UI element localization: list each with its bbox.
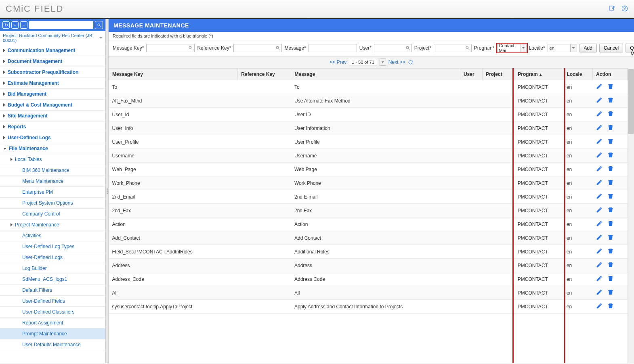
sidebar-item[interactable]: File Maintenance	[0, 143, 105, 154]
sidebar-item[interactable]: User-Defined Fields	[0, 296, 105, 307]
delete-icon[interactable]	[607, 261, 614, 269]
input-project[interactable]	[434, 44, 472, 52]
delete-icon[interactable]	[607, 220, 614, 228]
col-msgkey[interactable]: Message Key	[109, 69, 238, 80]
collapse-tree-button[interactable]: −	[20, 21, 27, 29]
sidebar-item[interactable]: Subcontractor Prequalification	[0, 67, 105, 78]
col-loc[interactable]: Locale	[563, 69, 593, 80]
scrollbar-thumb[interactable]	[628, 69, 634, 134]
delete-icon[interactable]	[607, 289, 614, 297]
table-scrollbar[interactable]	[628, 68, 634, 363]
sidebar-item[interactable]: Prompt Maintenance	[0, 328, 105, 339]
edit-note-icon[interactable]	[608, 5, 615, 13]
cell-msgkey: To	[109, 80, 238, 94]
project-selector[interactable]: Project: Rockford Community Rec Center (…	[0, 31, 105, 45]
cell-msgkey: Address	[109, 259, 238, 272]
delete-icon[interactable]	[607, 124, 614, 132]
sidebar-item[interactable]: Bid Management	[0, 89, 105, 100]
edit-icon[interactable]	[596, 152, 603, 159]
sidebar-item[interactable]: Estimate Management	[0, 78, 105, 89]
sidebar-item[interactable]: SdMenu_ACS_logs1	[0, 274, 105, 285]
delete-icon[interactable]	[607, 165, 614, 173]
delete-icon[interactable]	[607, 207, 614, 214]
edit-icon[interactable]	[596, 207, 603, 214]
expand-tree-button[interactable]: +	[11, 21, 19, 29]
sidebar-item[interactable]: Report Assignment	[0, 318, 105, 328]
sidebar-search-input[interactable]	[29, 21, 93, 29]
sidebar-item[interactable]: Budget & Cost Management	[0, 100, 105, 111]
cancel-button[interactable]: Cancel	[599, 44, 623, 52]
edit-icon[interactable]	[596, 165, 603, 173]
sidebar-item[interactable]: User-Defined Classifiers	[0, 307, 105, 318]
delete-icon[interactable]	[607, 152, 614, 159]
delete-icon[interactable]	[607, 111, 614, 118]
edit-icon[interactable]	[596, 289, 603, 297]
col-proj[interactable]: Project	[482, 69, 514, 80]
delete-icon[interactable]	[607, 179, 614, 187]
sidebar-item[interactable]: Document Management	[0, 56, 105, 67]
edit-icon[interactable]	[596, 97, 603, 105]
col-act[interactable]: Action	[593, 69, 628, 80]
edit-icon[interactable]	[596, 234, 603, 242]
edit-icon[interactable]	[596, 124, 603, 132]
edit-icon[interactable]	[596, 83, 603, 91]
cell-act	[593, 218, 628, 231]
col-msg[interactable]: Message	[291, 69, 460, 80]
sidebar-item[interactable]: Default Filters	[0, 285, 105, 296]
sidebar-item[interactable]: Activities	[0, 230, 105, 241]
dropdown-program[interactable]: Contact Mai	[497, 44, 527, 52]
sidebar-item[interactable]: User Defaults Maintenance	[0, 339, 105, 350]
sidebar-item[interactable]: Log Builder	[0, 263, 105, 274]
edit-icon[interactable]	[596, 111, 603, 118]
pager-next[interactable]: Next >>	[388, 59, 405, 65]
input-msgkey[interactable]	[146, 44, 195, 52]
edit-icon[interactable]	[596, 220, 603, 228]
add-button[interactable]: Add	[579, 44, 597, 52]
sidebar-item[interactable]: User-Defined Logs	[0, 252, 105, 263]
sidebar-item[interactable]: Communication Management	[0, 45, 105, 56]
input-message[interactable]	[309, 44, 357, 52]
delete-icon[interactable]	[607, 83, 614, 91]
input-refkey[interactable]	[233, 44, 282, 52]
edit-icon[interactable]	[596, 248, 603, 255]
delete-icon[interactable]	[607, 193, 614, 201]
edit-icon[interactable]	[596, 179, 603, 187]
delete-icon[interactable]	[607, 275, 614, 283]
sidebar-item[interactable]: Local Tables	[0, 154, 105, 165]
sidebar-item[interactable]: User-Defined Log Types	[0, 241, 105, 252]
edit-icon[interactable]	[596, 193, 603, 201]
pager-dropdown[interactable]	[380, 59, 386, 66]
sidebar-item[interactable]: User-Defined Logs	[0, 132, 105, 143]
edit-icon[interactable]	[596, 261, 603, 269]
edit-icon[interactable]	[596, 138, 603, 146]
col-user[interactable]: User	[460, 69, 482, 80]
query-mode-button[interactable]: Query Mode	[626, 44, 634, 52]
sidebar-item[interactable]: Enterprise PM	[0, 187, 105, 198]
delete-icon[interactable]	[607, 234, 614, 242]
delete-icon[interactable]	[607, 303, 614, 310]
refresh-icon[interactable]	[408, 60, 413, 65]
user-circle-icon[interactable]	[621, 5, 628, 13]
edit-icon[interactable]	[596, 303, 603, 310]
pager-prev[interactable]: << Prev	[330, 59, 346, 65]
delete-icon[interactable]	[607, 97, 614, 105]
sidebar-item[interactable]: Project Maintenance	[0, 220, 105, 230]
sidebar-search-button[interactable]	[95, 21, 103, 29]
input-user[interactable]	[374, 44, 412, 52]
svg-point-3	[97, 23, 100, 26]
sidebar-item[interactable]: Project System Options	[0, 198, 105, 209]
edit-icon[interactable]	[596, 275, 603, 283]
col-prog[interactable]: Program▲	[514, 69, 563, 80]
sidebar-item[interactable]: Site Management	[0, 111, 105, 121]
sidebar-item[interactable]: Reports	[0, 121, 105, 132]
refresh-tree-button[interactable]: ↻	[2, 21, 10, 29]
delete-icon[interactable]	[607, 138, 614, 146]
sidebar-item[interactable]: Menu Maintenance	[0, 176, 105, 187]
col-refkey[interactable]: Reference Key	[238, 69, 291, 80]
cell-act	[593, 300, 628, 314]
sidebar-item[interactable]: Company Control	[0, 209, 105, 220]
sidebar-item[interactable]: BIM 360 Maintenance	[0, 165, 105, 176]
splitter[interactable]	[106, 19, 109, 363]
delete-icon[interactable]	[607, 248, 614, 255]
dropdown-locale[interactable]: en	[548, 44, 577, 52]
